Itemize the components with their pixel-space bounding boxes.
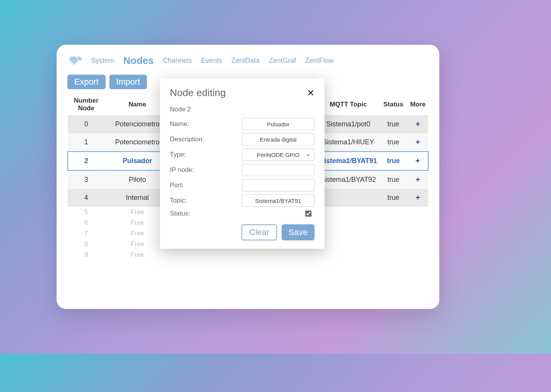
nav-nodes[interactable]: Nodes <box>123 55 153 67</box>
label-name: Name: <box>170 120 189 128</box>
cell-status: true <box>379 189 408 207</box>
cell-topic <box>318 189 379 207</box>
plus-icon[interactable]: + <box>416 157 420 165</box>
close-icon[interactable]: ✕ <box>307 88 315 98</box>
label-status: Status: <box>170 210 190 217</box>
cell-num: 0 <box>68 115 104 133</box>
label-port: Port: <box>170 181 184 189</box>
nav-system[interactable]: System <box>91 57 114 65</box>
top-nav: System Nodes Channels Events ZentData Ze… <box>91 55 334 67</box>
save-button[interactable]: Save <box>282 224 315 240</box>
select-type[interactable]: PeriNODE GPIO <box>242 149 315 161</box>
cell-topic: Sistema1/BYAT92 <box>318 170 379 189</box>
cell-topic: Sistema1/BYAT91 <box>318 152 379 170</box>
checkbox-status[interactable] <box>305 211 311 217</box>
cell-num: 7 <box>68 228 104 239</box>
th-status: Status <box>379 94 408 115</box>
cell-num: 1 <box>68 133 104 152</box>
cell-num: 2 <box>68 152 104 170</box>
modal-title: Node editing <box>170 87 226 99</box>
cell-num: 5 <box>68 207 104 217</box>
export-button[interactable]: Export <box>67 75 106 89</box>
cell-num: 8 <box>68 239 104 250</box>
input-port[interactable] <box>242 179 315 191</box>
input-ip[interactable] <box>242 164 315 176</box>
nav-zentdata[interactable]: ZentData <box>231 57 260 65</box>
plus-icon[interactable]: + <box>416 138 420 146</box>
logo-icon <box>67 52 83 69</box>
topbar: System Nodes Channels Events ZentData Ze… <box>67 52 429 69</box>
input-topic[interactable] <box>242 194 315 207</box>
cell-status: true <box>379 115 408 133</box>
nav-events[interactable]: Events <box>201 57 222 65</box>
nav-channels[interactable]: Channels <box>163 57 192 65</box>
label-description: Description: <box>170 136 204 143</box>
input-name[interactable] <box>242 118 315 130</box>
input-description[interactable] <box>242 133 315 145</box>
th-more: More <box>408 94 428 115</box>
cell-num: 9 <box>68 250 104 260</box>
cell-free-label: Free <box>104 250 170 260</box>
label-type: Type: <box>170 151 186 158</box>
plus-icon[interactable]: + <box>416 175 420 184</box>
nav-zentgraf[interactable]: ZentGraf <box>269 57 296 65</box>
node-edit-modal: Node editing ✕ Node 2 Name: Description:… <box>160 78 324 249</box>
th-number: Number Node <box>68 94 104 115</box>
plus-icon[interactable]: + <box>416 120 420 128</box>
nav-zentflow[interactable]: ZentFlow <box>305 57 334 65</box>
clear-button[interactable]: Clear <box>241 224 277 240</box>
label-ip: IP node: <box>170 166 194 174</box>
import-button[interactable]: Import <box>109 75 147 89</box>
main-card: System Nodes Channels Events ZentData Ze… <box>57 45 439 309</box>
cell-num: 6 <box>68 217 104 228</box>
table-row-free[interactable]: 9Free <box>68 250 428 260</box>
cell-status: true <box>379 170 408 189</box>
th-topic: MQTT Topic <box>318 94 379 115</box>
cell-status: true <box>379 133 408 152</box>
cell-status: true <box>379 152 408 170</box>
label-topic: Topic: <box>170 197 187 204</box>
cell-topic: Sistema1/HIUEY <box>318 133 379 152</box>
cell-num: 3 <box>68 170 104 189</box>
cell-topic: Sistema1/pot0 <box>318 115 379 133</box>
plus-icon[interactable]: + <box>416 193 420 202</box>
cell-num: 4 <box>68 189 104 207</box>
modal-subtitle: Node 2 <box>170 106 315 113</box>
